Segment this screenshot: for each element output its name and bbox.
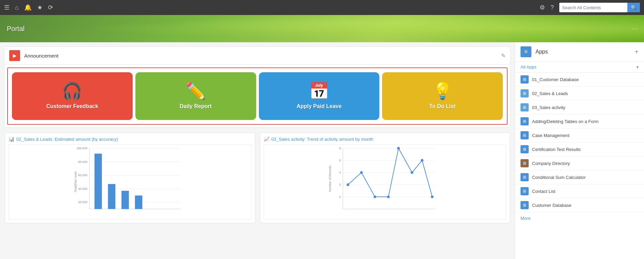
all-apps-label: All Apps bbox=[521, 64, 637, 70]
contact-list-label: Contact List bbox=[532, 189, 556, 194]
bar-chart-title: 02_Sales & Leads: Estimated amount (by a… bbox=[16, 137, 118, 142]
svg-point-30 bbox=[346, 183, 349, 186]
line-chart-header: 📈 03_Sales activity: Trend of activity a… bbox=[264, 136, 507, 142]
svg-text:6: 6 bbox=[339, 147, 341, 150]
apply-paid-leave-label: Apply Paid Leave bbox=[297, 103, 342, 109]
conditional-sum-label: Conditional Sum Calculator bbox=[532, 175, 586, 180]
sidebar-item-certification-test[interactable]: ⊞Certification Test Results bbox=[515, 142, 644, 156]
search-box: 🔍 bbox=[559, 3, 640, 12]
refresh-icon[interactable]: ⟳ bbox=[48, 4, 53, 11]
sidebar-item-customer-database-1[interactable]: ⊞01_Customer Database bbox=[515, 73, 644, 87]
apps-icon: ≡ bbox=[521, 46, 531, 57]
svg-rect-14 bbox=[108, 184, 115, 209]
svg-text:80,000: 80,000 bbox=[78, 160, 87, 164]
svg-point-34 bbox=[397, 147, 400, 150]
add-app-button[interactable]: + bbox=[634, 48, 639, 56]
svg-point-32 bbox=[374, 196, 376, 198]
daily-report-label: Daily Report bbox=[180, 103, 212, 109]
svg-text:60,000: 60,000 bbox=[78, 173, 87, 177]
help-icon[interactable]: ? bbox=[550, 4, 554, 11]
svg-text:40,000: 40,000 bbox=[78, 187, 87, 191]
customer-database-1-label: 01_Customer Database bbox=[532, 77, 579, 82]
sales-activity-label: 03_Sales activity bbox=[532, 105, 565, 110]
sidebar-header: ≡ Apps + bbox=[515, 42, 644, 62]
svg-text:3: 3 bbox=[339, 183, 341, 186]
sidebar-item-conditional-sum[interactable]: ⊞Conditional Sum Calculator bbox=[515, 170, 644, 184]
portal-more-button[interactable]: ··· bbox=[631, 25, 639, 32]
company-directory-label: Company Directory bbox=[532, 161, 570, 166]
bar-chart-area: 100,000 80,000 60,000 40,000 20,000 Tota… bbox=[9, 144, 251, 219]
apps-sidebar: ≡ Apps + All Apps ▾ ⊞01_Customer Databas… bbox=[515, 42, 644, 259]
bar-chart-header: 📊 02_Sales & Leads: Estimated amount (by… bbox=[9, 136, 251, 142]
svg-text:4: 4 bbox=[339, 171, 341, 174]
customer-database-2-label: Customer Database bbox=[532, 203, 572, 208]
star-icon[interactable]: ★ bbox=[37, 4, 43, 11]
customer-feedback-icon: 🎧 bbox=[62, 83, 82, 99]
sales-leads-label: 02_Sales & Leads bbox=[532, 91, 568, 96]
adding-deleting-tables-label: Adding/Deleting Tables on a Form bbox=[532, 119, 599, 124]
sales-activity-icon: ⊞ bbox=[521, 103, 529, 111]
bar-chart-section: 📊 02_Sales & Leads: Estimated amount (by… bbox=[5, 133, 255, 223]
bell-icon[interactable]: 🔔 bbox=[24, 4, 32, 11]
contact-list-icon: ⊞ bbox=[521, 187, 529, 195]
portal-title: Portal bbox=[7, 25, 24, 33]
svg-text:20,000: 20,000 bbox=[78, 200, 87, 204]
search-input[interactable] bbox=[559, 3, 627, 12]
sidebar-item-case-management[interactable]: ⊞Case Management bbox=[515, 128, 644, 142]
svg-text:100,000: 100,000 bbox=[77, 147, 87, 150]
home-icon[interactable]: ⌂ bbox=[15, 4, 19, 11]
svg-rect-16 bbox=[135, 196, 143, 209]
certification-test-icon: ⊞ bbox=[521, 145, 529, 153]
announcement-section: Announcement ✎ 🎧 Customer Feedback ✏️ Da… bbox=[4, 46, 511, 128]
app-card-daily-report[interactable]: ✏️ Daily Report bbox=[135, 72, 256, 120]
svg-point-35 bbox=[411, 171, 413, 174]
sidebar-item-adding-deleting-tables[interactable]: ⊞Adding/Deleting Tables on a Form bbox=[515, 115, 644, 128]
customer-database-1-icon: ⊞ bbox=[521, 75, 529, 83]
line-chart-title: 03_Sales activity: Trend of activity amo… bbox=[271, 137, 374, 142]
announcement-edit-button[interactable]: ✎ bbox=[501, 52, 506, 59]
apps-list: ⊞01_Customer Database⊞02_Sales & Leads⊞0… bbox=[515, 73, 644, 212]
sidebar-item-sales-leads[interactable]: ⊞02_Sales & Leads bbox=[515, 87, 644, 101]
content-area: Announcement ✎ 🎧 Customer Feedback ✏️ Da… bbox=[0, 42, 515, 259]
app-card-apply-paid-leave[interactable]: 📅 Apply Paid Leave bbox=[259, 72, 380, 120]
announcement-header: Announcement ✎ bbox=[4, 47, 510, 65]
sidebar-item-customer-database-2[interactable]: ⊞Customer Database bbox=[515, 198, 644, 212]
bar-chart-icon: 📊 bbox=[9, 136, 14, 142]
topbar: ☰ ⌂ 🔔 ★ ⟳ ⚙ ? 🔍 bbox=[0, 0, 644, 15]
announcement-title: Announcement bbox=[24, 53, 501, 59]
company-directory-icon: ⊞ bbox=[521, 159, 529, 167]
main-layout: Announcement ✎ 🎧 Customer Feedback ✏️ Da… bbox=[0, 42, 644, 259]
svg-point-33 bbox=[387, 196, 390, 198]
conditional-sum-icon: ⊞ bbox=[521, 173, 529, 181]
case-management-label: Case Management bbox=[532, 133, 569, 138]
gear-icon[interactable]: ⚙ bbox=[540, 4, 545, 11]
case-management-icon: ⊞ bbox=[521, 131, 529, 139]
menu-icon[interactable]: ☰ bbox=[4, 4, 10, 11]
portal-banner: Portal ··· bbox=[0, 15, 644, 42]
charts-row: 📊 02_Sales & Leads: Estimated amount (by… bbox=[4, 133, 511, 223]
to-do-list-icon: 💡 bbox=[432, 83, 453, 99]
svg-text:Total(Plan cost): Total(Plan cost) bbox=[74, 171, 77, 192]
customer-database-2-icon: ⊞ bbox=[521, 201, 529, 209]
line-chart-icon: 📈 bbox=[264, 136, 269, 142]
more-button[interactable]: More bbox=[515, 212, 644, 224]
sidebar-item-contact-list[interactable]: ⊞Contact List bbox=[515, 184, 644, 198]
line-chart-svg: 6 5 4 3 2 Number of Records bbox=[264, 145, 506, 219]
bar-chart-svg: 100,000 80,000 60,000 40,000 20,000 Tota… bbox=[9, 145, 251, 219]
line-chart-area: 6 5 4 3 2 Number of Records bbox=[264, 144, 507, 219]
svg-point-31 bbox=[360, 171, 363, 174]
all-apps-row[interactable]: All Apps ▾ bbox=[515, 62, 644, 73]
announcement-icon bbox=[9, 50, 20, 61]
svg-rect-15 bbox=[121, 191, 129, 209]
app-card-to-do-list[interactable]: 💡 To Do List bbox=[382, 72, 503, 120]
sidebar-item-sales-activity[interactable]: ⊞03_Sales activity bbox=[515, 101, 644, 115]
search-button[interactable]: 🔍 bbox=[627, 3, 640, 12]
svg-point-37 bbox=[431, 196, 433, 198]
svg-rect-13 bbox=[95, 154, 102, 209]
app-card-customer-feedback[interactable]: 🎧 Customer Feedback bbox=[12, 72, 133, 120]
sidebar-item-company-directory[interactable]: ⊞Company Directory bbox=[515, 156, 644, 170]
apply-paid-leave-icon: 📅 bbox=[309, 83, 329, 99]
svg-point-36 bbox=[420, 159, 423, 162]
sales-leads-icon: ⊞ bbox=[521, 89, 529, 97]
svg-text:5: 5 bbox=[339, 159, 341, 162]
